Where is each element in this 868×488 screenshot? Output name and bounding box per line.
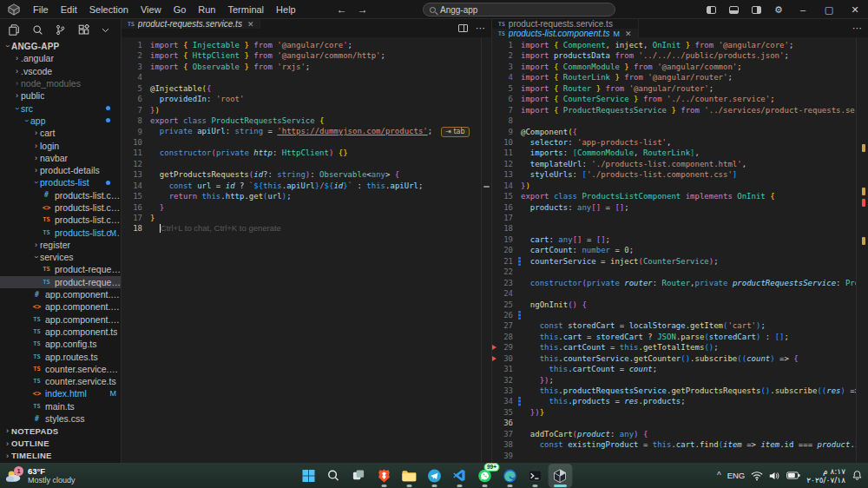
tree-item-app.component.html[interactable]: <>app.component.html — [0, 300, 121, 313]
menu-item-go[interactable]: Go — [168, 0, 193, 19]
tree-item-login[interactable]: ›login — [0, 139, 121, 151]
code-line-2[interactable]: 2import productsData from '../../../publ… — [492, 50, 856, 61]
search-icon[interactable] — [32, 24, 43, 36]
code-line-27[interactable]: 27 const storedCart = localStorage.getIt… — [492, 320, 856, 331]
right-code-editor[interactable]: 1import { Component, inject, OnInit } fr… — [492, 37, 856, 463]
tree-item-app.component.spec.ts[interactable]: TSapp.component.spec.ts — [0, 313, 121, 326]
back-arrow-icon[interactable]: ← — [337, 1, 347, 18]
taskbar-file-explorer-icon[interactable] — [398, 465, 420, 487]
code-line-24[interactable]: 24 — [492, 288, 856, 299]
tree-item-product-requests.service.ts[interactable]: TSproduct-requests.service.ts — [0, 276, 121, 288]
tree-item-products-list[interactable]: ›products-list — [0, 176, 121, 188]
code-line-8[interactable]: 8 — [492, 115, 856, 126]
code-line-31[interactable]: 31 this.cartCount = count; — [492, 364, 856, 374]
code-line-36[interactable]: 36 — [492, 418, 856, 428]
code-line-34[interactable]: 34 this.products = res.products; — [492, 396, 856, 406]
editor-tab-product-requests.service.ts[interactable]: TSproduct-requests.service.ts — [492, 19, 639, 29]
sidebar-section-timeline[interactable]: ›TIMELINE — [0, 450, 121, 462]
notifications-bell-icon[interactable] — [852, 470, 863, 481]
code-line-12[interactable]: 12 templateUrl: './products-list.compone… — [492, 159, 856, 169]
code-line-4[interactable]: 4import { RouterLink } from '@angular/ro… — [492, 72, 856, 82]
close-button[interactable]: ✕ — [842, 0, 868, 19]
tree-item-.angular[interactable]: ›.angular — [0, 52, 121, 64]
code-line-17[interactable]: 17 — [492, 213, 856, 223]
tree-item-counter.service.ts[interactable]: TScounter.service.ts — [0, 375, 121, 387]
extensions-icon[interactable] — [78, 24, 89, 36]
code-line-1[interactable]: 1import { Injectable } from '@angular/co… — [122, 40, 481, 50]
code-line-9[interactable]: 9 private apiUrl: string = 'https://dumm… — [122, 127, 481, 137]
clock[interactable]: ٨:١٧ م ٢٠٢٥/٠٧/١٨ — [806, 467, 845, 485]
tree-item-services[interactable]: ›services — [0, 251, 121, 263]
code-line-18[interactable]: 18 — [492, 223, 856, 234]
menu-item-run[interactable]: Run — [192, 0, 221, 19]
taskbar-telegram-icon[interactable] — [423, 465, 445, 487]
taskbar-edge-icon[interactable] — [498, 465, 521, 487]
toggle-primary-sidebar-icon[interactable] — [700, 0, 722, 19]
code-line-20[interactable]: 20 cartCount: number = 0; — [492, 245, 856, 255]
right-overview-ruler[interactable] — [856, 37, 868, 463]
taskbar-start-icon[interactable] — [297, 465, 319, 487]
editor-tab-product-requests.service.ts[interactable]: TSproduct-requests.service.ts✕ — [122, 19, 260, 29]
code-line-32[interactable]: 32 }); — [492, 375, 856, 386]
code-line-3[interactable]: 3import { Observable } from 'rxjs'; — [122, 62, 481, 72]
code-line-13[interactable]: 13 styleUrls: ['./products-list.componen… — [492, 169, 856, 180]
left-overview-ruler[interactable] — [481, 37, 491, 463]
command-center-search[interactable]: Angg-app — [423, 3, 615, 16]
code-line-7[interactable]: 7import { ProductRequestsService } from … — [492, 105, 856, 115]
split-editor-icon[interactable] — [458, 24, 468, 32]
code-line-28[interactable]: 28 this.cart = storedCart ? JSON.parse(s… — [492, 332, 856, 342]
tree-item-app.component.css[interactable]: #app.component.css — [0, 288, 121, 300]
taskbar-terminal-icon[interactable] — [523, 465, 546, 487]
code-line-16[interactable]: 16 } — [122, 202, 481, 213]
tree-item-public[interactable]: ›public — [0, 89, 121, 102]
tree-item-product-requests.service.spec.ts[interactable]: TSproduct-requests.service.spec.ts — [0, 263, 121, 275]
code-line-10[interactable]: 10 selector: 'app-products-list', — [492, 137, 856, 148]
menu-item-terminal[interactable]: Terminal — [222, 0, 271, 19]
tree-item-angg-app[interactable]: ›ANGG-APP — [0, 40, 121, 52]
menu-item-edit[interactable]: Edit — [55, 0, 83, 19]
taskbar-whatsapp-icon[interactable]: 99+ — [473, 465, 496, 487]
code-line-18[interactable]: 18 Ctrl+L to chat, Ctrl+K to generate — [122, 223, 481, 234]
menu-item-help[interactable]: Help — [270, 0, 302, 19]
tree-item-styles.css[interactable]: #styles.css — [0, 412, 121, 425]
left-code-editor[interactable]: 1import { Injectable } from '@angular/co… — [122, 37, 481, 463]
code-line-1[interactable]: 1import { Component, inject, OnInit } fr… — [492, 40, 856, 50]
code-line-23[interactable]: 23 constructor(private router: Router,pr… — [492, 278, 856, 288]
code-line-7[interactable]: 7}) — [122, 105, 481, 115]
code-line-19[interactable]: 19 cart: any[] = []; — [492, 234, 856, 245]
toggle-secondary-sidebar-icon[interactable] — [745, 0, 767, 19]
code-line-12[interactable]: 12 — [122, 159, 481, 169]
tree-item-product-details[interactable]: ›product-details — [0, 164, 121, 176]
files-icon[interactable] — [9, 24, 20, 36]
tray-overflow-icon[interactable]: ^ — [717, 471, 721, 480]
tree-item-.vscode[interactable]: ›.vscode — [0, 65, 121, 77]
tree-item-products-list.component.css[interactable]: #products-list.component.css — [0, 189, 121, 201]
code-line-5[interactable]: 5import { Router } from '@angular/router… — [492, 83, 856, 94]
tree-item-register[interactable]: ›register — [0, 239, 121, 251]
tree-item-app.config.ts[interactable]: TSapp.config.ts — [0, 338, 121, 350]
tree-item-counter.service.spec.ts[interactable]: TScounter.service.spec.ts — [0, 363, 121, 375]
taskbar-brave-icon[interactable] — [372, 465, 395, 487]
code-line-8[interactable]: 8export class ProductRequestsService { — [122, 115, 481, 126]
source-control-icon[interactable] — [55, 24, 66, 36]
tree-item-cart[interactable]: ›cart — [0, 127, 121, 139]
language-indicator[interactable]: ENG — [727, 471, 746, 480]
more-actions-icon[interactable]: ⋯ — [476, 23, 486, 34]
code-line-11[interactable]: 11 imports: [CommonModule, RouterLink], — [492, 148, 856, 158]
code-line-14[interactable]: 14}) — [492, 181, 856, 191]
code-line-14[interactable]: 14 const url = id ? `${this.apiUrl}/${id… — [122, 181, 481, 191]
code-line-5[interactable]: 5@Injectable({ — [122, 83, 481, 94]
tree-item-src[interactable]: ›src — [0, 102, 121, 114]
menu-item-file[interactable]: File — [27, 0, 55, 19]
code-line-4[interactable]: 4 — [122, 72, 481, 82]
close-icon[interactable]: ✕ — [625, 30, 632, 38]
tree-item-navbar[interactable]: ›navbar — [0, 152, 121, 164]
code-line-13[interactable]: 13 getProductsRequests(id?: string): Obs… — [122, 169, 481, 180]
scrollbar-indicator[interactable] — [483, 186, 490, 188]
tree-item-products-list.component.spec.ts[interactable]: TSproducts-list.component.spec.ts — [0, 214, 121, 226]
code-line-17[interactable]: 17} — [122, 213, 481, 223]
battery-icon[interactable] — [786, 471, 800, 480]
code-line-22[interactable]: 22 — [492, 267, 856, 277]
code-line-39[interactable]: 39 — [492, 451, 856, 461]
tree-item-node_modules[interactable]: ›node_modules — [0, 77, 121, 89]
